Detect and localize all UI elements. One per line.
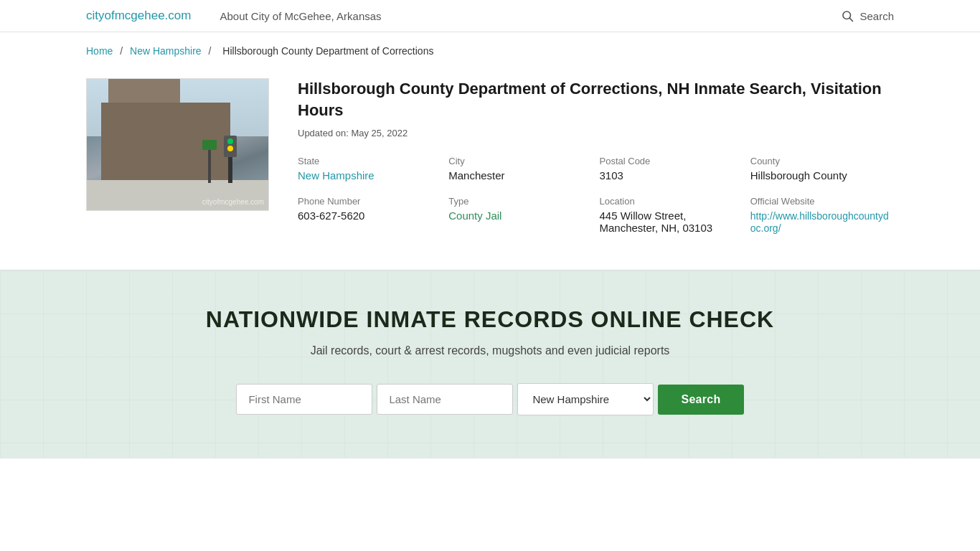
- county-value: Hillsborough County: [750, 169, 894, 182]
- breadcrumb-sep1: /: [120, 45, 126, 57]
- sign-post: [208, 147, 211, 183]
- state-label: State: [298, 156, 441, 166]
- website-label: Official Website: [750, 196, 894, 207]
- location-value: 445 Willow Street, Manchester, NH, 03103: [600, 209, 743, 234]
- search-form: AlabamaAlaskaArizonaArkansasCaliforniaCo…: [86, 383, 894, 415]
- traffic-light-green: [227, 138, 233, 144]
- page-title: Hillsborough County Department of Correc…: [298, 78, 894, 121]
- breadcrumb-sep2: /: [209, 45, 215, 57]
- breadcrumb-state[interactable]: New Hampshire: [130, 45, 202, 57]
- detail-postal: Postal Code 3103: [600, 156, 743, 182]
- updated-date: Updated on: May 25, 2022: [298, 128, 894, 138]
- image-watermark: cityofmcgehee.com: [202, 198, 264, 206]
- detail-city: City Manchester: [448, 156, 592, 182]
- state-select[interactable]: AlabamaAlaskaArizonaArkansasCaliforniaCo…: [517, 383, 654, 415]
- bottom-title: NATIONWIDE INMATE RECORDS ONLINE CHECK: [86, 306, 894, 333]
- bottom-section: NATIONWIDE INMATE RECORDS ONLINE CHECK J…: [0, 270, 980, 458]
- search-button[interactable]: Search: [658, 385, 743, 415]
- detail-location: Location 445 Willow Street, Manchester, …: [600, 196, 743, 234]
- first-name-input[interactable]: [236, 384, 372, 415]
- facility-image: cityofmcgehee.com: [86, 78, 269, 211]
- county-label: County: [750, 156, 894, 166]
- sign-board: [202, 140, 217, 150]
- building-top: [108, 78, 180, 104]
- breadcrumb: Home / New Hampshire / Hillsborough Coun…: [0, 32, 980, 64]
- search-icon: [841, 9, 854, 22]
- detail-state: State New Hampshire: [298, 156, 441, 182]
- details-grid: State New Hampshire City Manchester Post…: [298, 156, 894, 234]
- breadcrumb-current: Hillsborough County Department of Correc…: [222, 45, 433, 57]
- main-content: cityofmcgehee.com Hillsborough County De…: [0, 64, 980, 263]
- website-link[interactable]: http://www.hillsboroughcountydoc.org/: [750, 210, 889, 234]
- city-label: City: [448, 156, 592, 166]
- last-name-input[interactable]: [377, 384, 513, 415]
- detail-website: Official Website http://www.hillsborough…: [750, 196, 894, 234]
- city-value: Manchester: [448, 169, 592, 182]
- header-about: About City of McGehee, Arkansas: [220, 10, 841, 22]
- header: cityofmcgehee.com About City of McGehee,…: [0, 0, 980, 32]
- detail-type: Type County Jail: [448, 196, 592, 234]
- detail-county: County Hillsborough County: [750, 156, 894, 182]
- facility-image-inner: cityofmcgehee.com: [87, 79, 268, 210]
- site-logo[interactable]: cityofmcgehee.com: [86, 9, 191, 23]
- bottom-subtitle: Jail records, court & arrest records, mu…: [86, 344, 894, 357]
- traffic-light-pole: [228, 154, 232, 183]
- traffic-light-box: [224, 136, 237, 157]
- search-label: Search: [859, 10, 894, 22]
- info-panel: Hillsborough County Department of Correc…: [298, 78, 894, 234]
- phone-value: 603-627-5620: [298, 209, 441, 222]
- type-label: Type: [448, 196, 592, 207]
- state-link[interactable]: New Hampshire: [298, 169, 374, 182]
- phone-label: Phone Number: [298, 196, 441, 207]
- location-label: Location: [600, 196, 743, 207]
- website-value: http://www.hillsboroughcountydoc.org/: [750, 209, 894, 234]
- svg-line-1: [850, 18, 853, 21]
- detail-phone: Phone Number 603-627-5620: [298, 196, 441, 234]
- breadcrumb-home[interactable]: Home: [86, 45, 113, 57]
- postal-value: 3103: [600, 169, 743, 182]
- state-value: New Hampshire: [298, 169, 441, 182]
- type-value: County Jail: [448, 209, 592, 222]
- header-search-button[interactable]: Search: [841, 9, 894, 22]
- type-link[interactable]: County Jail: [448, 209, 501, 222]
- traffic-light-yellow: [227, 146, 233, 151]
- postal-label: Postal Code: [600, 156, 743, 166]
